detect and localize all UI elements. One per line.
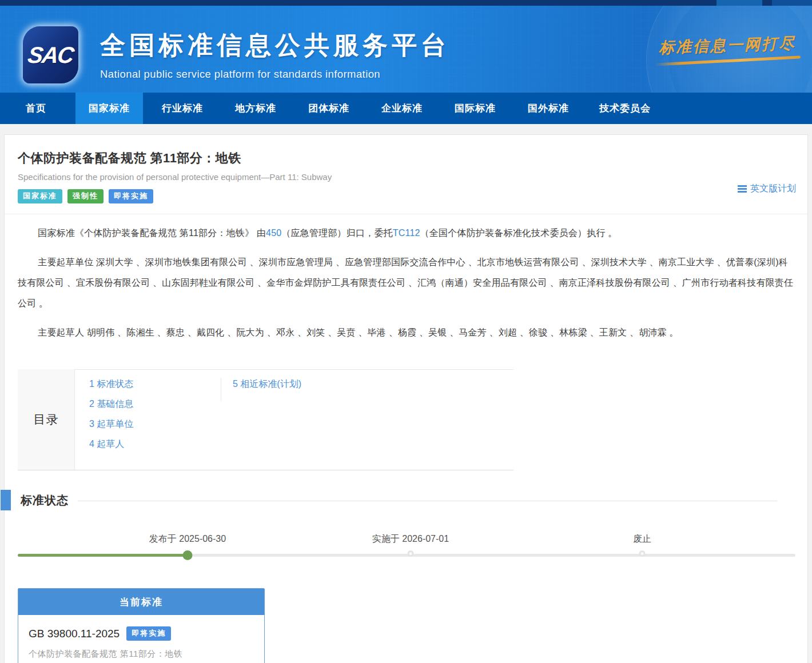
nav-item-international-standards[interactable]: 国际标准 — [441, 93, 509, 124]
nav-item-enterprise-standards[interactable]: 企业标准 — [368, 93, 436, 124]
section-rule — [78, 501, 777, 501]
nav-item-group-standards[interactable]: 团体标准 — [295, 93, 363, 124]
link-450[interactable]: 450 — [266, 228, 281, 238]
standard-detail-header: 个体防护装备配备规范 第11部分：地铁 Specifications for t… — [18, 150, 794, 203]
toc-table: 目录 1 标准状态 2 基础信息 3 起草单位 4 起草人 5 相近标准(计划) — [18, 369, 514, 470]
milestone-dot-abolished — [639, 550, 646, 557]
sac-logo[interactable]: SAC — [23, 26, 78, 83]
intro-paragraphs: 国家标准《个体防护装备配备规范 第11部分：地铁》 由450（应急管理部）归口，… — [18, 223, 794, 343]
section-accent-bar — [1, 490, 11, 510]
nav-item-technical-committees[interactable]: 技术委员会 — [588, 93, 662, 124]
milestone-label-effective: 实施于 2026-07-01 — [372, 533, 449, 545]
site-title-block: 全国标准信息公共服务平台 National public service pla… — [100, 29, 450, 81]
badge-national-standard: 国家标准 — [18, 189, 62, 203]
current-standard-card[interactable]: 当前标准 GB 39800.11-2025 即将实施 个体防护装备配备规范 第1… — [18, 588, 265, 663]
page-title: 个体防护装备配备规范 第11部分：地铁 — [18, 150, 794, 167]
toc-link-standard-status[interactable]: 1 标准状态 — [89, 378, 221, 390]
site-subtitle: National public service platform for sta… — [100, 68, 450, 81]
p1-text-1: 国家标准《个体防护装备配备规范 第11部分：地铁》 由 — [38, 228, 266, 238]
current-standard-code-row: GB 39800.11-2025 即将实施 — [29, 626, 254, 641]
p1-text-2: （应急管理部）归口，委托 — [281, 228, 392, 238]
toc-link-drafting-units[interactable]: 3 起草单位 — [89, 418, 221, 430]
sac-logo-text: SAC — [26, 42, 75, 68]
page-subtitle-en: Specifications for the provision of pers… — [18, 172, 794, 182]
milestone-dot-effective — [408, 550, 414, 557]
intro-paragraph-scope: 国家标准《个体防护装备配备规范 第11部分：地铁》 由450（应急管理部）归口，… — [18, 223, 794, 243]
link-tc112[interactable]: TC112 — [393, 228, 420, 238]
current-standard-name: 个体防护装备配备规范 第11部分：地铁 — [29, 649, 254, 660]
milestone-dot-published — [183, 550, 193, 560]
badge-mandatory: 强制性 — [67, 189, 104, 203]
intro-paragraph-drafting-units: 主要起草单位 深圳大学 、深圳市地铁集团有限公司 、深圳市应急管理局 、应急管理… — [18, 252, 794, 314]
timeline-progress — [18, 554, 189, 557]
nav-item-national-standards[interactable]: 国家标准 — [75, 93, 143, 124]
badge-row: 国家标准 强制性 即将实施 — [18, 189, 794, 203]
current-standard-badge: 即将实施 — [126, 626, 171, 641]
p1-text-3: （全国个体防护装备标准化技术委员会）执行 。 — [420, 228, 618, 238]
topbar-button-right[interactable] — [772, 0, 812, 6]
toc-column-2: 5 相近标准(计划) — [221, 378, 301, 401]
toc-link-basic-info[interactable]: 2 基础信息 — [89, 398, 221, 410]
current-standard-card-body: GB 39800.11-2025 即将实施 个体防护装备配备规范 第11部分：地… — [18, 615, 264, 663]
current-standard-code[interactable]: GB 39800.11-2025 — [29, 628, 120, 640]
badge-upcoming: 即将实施 — [109, 189, 153, 203]
intro-paragraph-drafters: 主要起草人 胡明伟 、陈湘生 、蔡忠 、戴四化 、阮大为 、邓永 、刘笑 、吴贲… — [18, 322, 794, 343]
status-section-header: 标准状态 — [18, 490, 794, 510]
english-version-plan-label: 英文版计划 — [750, 183, 796, 195]
status-timeline: 发布于 2025-06-30 实施于 2026-07-01 废止 — [18, 533, 795, 569]
main-nav: 首页 国家标准 行业标准 地方标准 团体标准 企业标准 国际标准 国外标准 技术… — [0, 93, 812, 124]
current-standard-card-header: 当前标准 — [18, 589, 264, 615]
header-divider — [5, 214, 807, 214]
nav-item-foreign-standards[interactable]: 国外标准 — [515, 93, 582, 124]
nav-item-home[interactable]: 首页 — [2, 93, 70, 124]
site-title: 全国标准信息公共服务平台 — [100, 29, 450, 62]
toc-column-1: 1 标准状态 2 基础信息 3 起草单位 4 起草人 — [89, 378, 221, 464]
milestone-label-published: 发布于 2025-06-30 — [149, 533, 226, 545]
content-panel: 个体防护装备配备规范 第11部分：地铁 Specifications for t… — [4, 134, 808, 663]
nav-item-industry-standards[interactable]: 行业标准 — [149, 93, 216, 124]
site-header: SAC 全国标准信息公共服务平台 National public service… — [0, 6, 812, 93]
nav-item-local-standards[interactable]: 地方标准 — [222, 93, 289, 124]
toc-label: 目录 — [18, 369, 75, 470]
toc-body: 1 标准状态 2 基础信息 3 起草单位 4 起草人 5 相近标准(计划) — [75, 369, 514, 470]
english-version-plan-link[interactable]: 英文版计划 — [738, 183, 796, 195]
toc-link-similar-standards[interactable]: 5 相近标准(计划) — [233, 378, 301, 390]
status-section-title: 标准状态 — [21, 493, 69, 508]
milestone-label-abolished: 废止 — [633, 533, 651, 545]
toc-link-drafters[interactable]: 4 起草人 — [89, 438, 221, 450]
topbar-button-left[interactable] — [717, 0, 762, 6]
list-icon — [738, 185, 747, 193]
topbar — [0, 0, 812, 6]
